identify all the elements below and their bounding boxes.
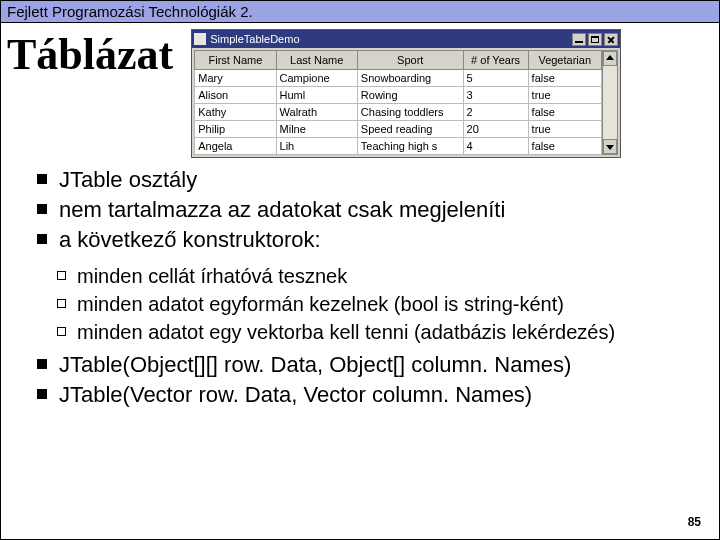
- demo-titlebar: SimpleTableDemo: [192, 30, 620, 48]
- bullet-item: a következő konstruktorok:: [37, 226, 699, 254]
- sub-bullet-item: minden adatot egyformán kezelnek (bool i…: [57, 292, 699, 318]
- scroll-track: [603, 66, 617, 139]
- demo-window: SimpleTableDemo First Name Last Name Spo…: [191, 29, 621, 158]
- bullet-item: nem tartalmazza az adatokat csak megjele…: [37, 196, 699, 224]
- bullet-item: JTable(Vector row. Data, Vector column. …: [37, 381, 699, 409]
- sub-bullet-item: minden cellát írhatóvá tesznek: [57, 264, 699, 290]
- table-row: Philip Milne Speed reading 20 true: [195, 121, 602, 138]
- col-first-name: First Name: [195, 51, 276, 70]
- col-years: # of Years: [463, 51, 528, 70]
- col-sport: Sport: [357, 51, 463, 70]
- scroll-up-icon: [603, 51, 617, 66]
- demo-table: First Name Last Name Sport # of Years Ve…: [194, 50, 602, 155]
- close-icon: [604, 33, 618, 46]
- bullet-list-2: JTable(Object[][] row. Data, Object[] co…: [37, 351, 699, 409]
- col-vegetarian: Vegetarian: [528, 51, 601, 70]
- table-row: Angela Lih Teaching high s 4 false: [195, 138, 602, 155]
- scroll-down-icon: [603, 139, 617, 154]
- demo-window-title: SimpleTableDemo: [210, 33, 570, 45]
- slide: Fejlett Programozási Technológiák 2. Táb…: [0, 0, 720, 540]
- slide-title: Táblázat: [7, 23, 173, 90]
- bullet-item: JTable(Object[][] row. Data, Object[] co…: [37, 351, 699, 379]
- title-row: Táblázat SimpleTableDemo First Name: [1, 23, 719, 158]
- maximize-icon: [588, 33, 602, 46]
- sub-bullet-list: minden cellát írhatóvá tesznek minden ad…: [37, 264, 699, 345]
- minimize-icon: [572, 33, 586, 46]
- table-header-row: First Name Last Name Sport # of Years Ve…: [195, 51, 602, 70]
- table-row: Alison Huml Rowing 3 true: [195, 87, 602, 104]
- scrollbar: [602, 50, 618, 155]
- bullet-list-1: JTable osztály nem tartalmazza az adatok…: [37, 166, 699, 254]
- table-row: Kathy Walrath Chasing toddlers 2 false: [195, 104, 602, 121]
- java-app-icon: [194, 33, 206, 45]
- page-number: 85: [688, 515, 701, 529]
- demo-body: First Name Last Name Sport # of Years Ve…: [192, 48, 620, 157]
- col-last-name: Last Name: [276, 51, 357, 70]
- slide-content: JTable osztály nem tartalmazza az adatok…: [1, 158, 719, 410]
- slide-header: Fejlett Programozási Technológiák 2.: [1, 1, 719, 23]
- bullet-item: JTable osztály: [37, 166, 699, 194]
- sub-bullet-item: minden adatot egy vektorba kell tenni (a…: [57, 320, 699, 346]
- table-row: Mary Campione Snowboarding 5 false: [195, 70, 602, 87]
